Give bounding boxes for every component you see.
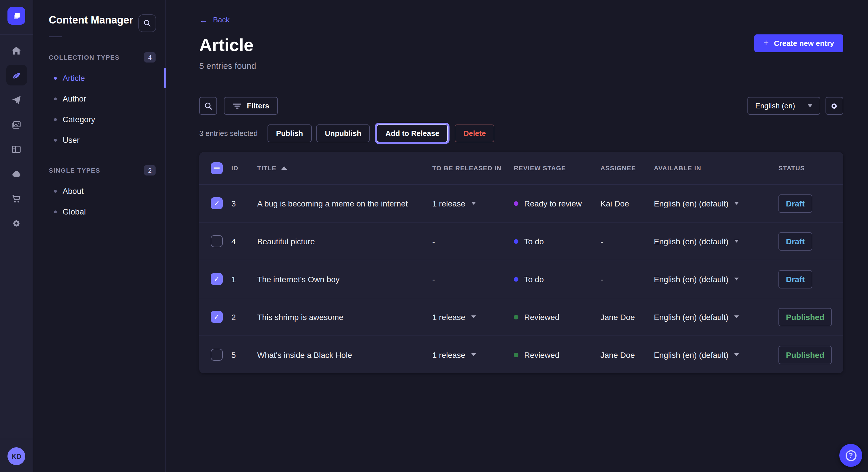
- table-row[interactable]: ✓ 2 This shrimp is awesome 1 release Rev…: [199, 298, 843, 336]
- sidebar-search-button[interactable]: [138, 14, 156, 32]
- column-available-in[interactable]: AVAILABLE IN: [654, 165, 778, 171]
- user-avatar[interactable]: KD: [7, 447, 25, 465]
- sidebar-item-label: Global: [63, 207, 86, 216]
- plus-icon: +: [764, 38, 769, 47]
- cloud-icon[interactable]: [6, 164, 27, 184]
- cell-release[interactable]: 1 release: [432, 350, 514, 359]
- sidebar-item-author[interactable]: Author: [33, 88, 165, 109]
- sidebar-item-article[interactable]: Article: [33, 68, 165, 88]
- search-button[interactable]: [199, 97, 217, 115]
- unpublish-button[interactable]: Unpublish: [316, 125, 370, 142]
- back-arrow-icon: ←: [199, 15, 208, 24]
- cell-id: 2: [231, 312, 257, 322]
- row-checkbox[interactable]: ✓: [211, 273, 223, 285]
- cell-release[interactable]: -: [432, 274, 514, 283]
- delete-button[interactable]: Delete: [455, 125, 495, 142]
- cell-available-in[interactable]: English (en) (default): [654, 274, 778, 283]
- nav-rail-footer: KD: [0, 439, 33, 472]
- stage-dot: [514, 239, 518, 243]
- row-checkbox[interactable]: ✓: [211, 311, 223, 323]
- create-new-entry-label: Create new entry: [774, 39, 834, 47]
- sidebar-item-user[interactable]: User: [33, 130, 165, 150]
- bullet-icon: [54, 190, 57, 193]
- nav-rail: KD: [0, 0, 33, 472]
- row-checkbox[interactable]: ✓: [211, 197, 223, 209]
- select-all-checkbox[interactable]: ✓: [211, 162, 223, 174]
- cell-available-in[interactable]: English (en) (default): [654, 350, 778, 359]
- main-content: ← Back Article 5 entries found + Create …: [166, 0, 868, 472]
- chevron-down-icon: [734, 353, 739, 356]
- cell-release[interactable]: -: [432, 237, 514, 246]
- locale-value: English (en): [755, 102, 795, 110]
- column-title[interactable]: TITLE: [257, 165, 432, 171]
- check-icon: ✓: [214, 313, 220, 321]
- bullet-icon: [54, 118, 57, 121]
- column-id[interactable]: ID: [231, 165, 257, 171]
- single-types-label: SINGLE TYPES: [49, 167, 100, 174]
- strapi-logo[interactable]: [7, 7, 25, 25]
- cell-title: The internet's Own boy: [257, 274, 432, 283]
- sidebar-item-about[interactable]: About: [33, 181, 165, 201]
- status-badge: Draft: [778, 270, 812, 288]
- bullet-icon: [54, 138, 57, 141]
- home-icon[interactable]: [6, 40, 27, 61]
- feather-icon[interactable]: [6, 65, 27, 86]
- stage-dot: [514, 277, 518, 281]
- add-to-release-button[interactable]: Add to Release: [377, 125, 448, 142]
- table-row[interactable]: ✓ 4 Beautiful picture - To do - English …: [199, 222, 843, 260]
- nav-rail-logo-section: [0, 0, 33, 35]
- publish-button[interactable]: Publish: [268, 125, 312, 142]
- view-settings-button[interactable]: [826, 97, 843, 115]
- cart-icon[interactable]: [6, 188, 27, 209]
- chevron-down-icon: [471, 315, 476, 318]
- bullet-icon: [54, 76, 57, 79]
- sidebar-item-category[interactable]: Category: [33, 109, 165, 130]
- selection-summary: 3 entries selected: [199, 129, 258, 138]
- stage-dot: [514, 201, 518, 206]
- table-row[interactable]: ✓ 5 What's inside a Black Hole 1 release…: [199, 336, 843, 373]
- column-to-be-released-in[interactable]: TO BE RELEASED IN: [432, 165, 514, 171]
- table-row[interactable]: ✓ 3 A bug is becoming a meme on the inte…: [199, 185, 843, 222]
- help-button[interactable]: ?: [839, 444, 862, 467]
- nav-rail-icons: [0, 40, 33, 439]
- chevron-down-icon: [471, 202, 476, 205]
- sidebar-divider: [49, 36, 62, 37]
- sort-ascending-icon: [281, 166, 287, 170]
- page-title: Article: [199, 35, 843, 56]
- row-checkbox[interactable]: ✓: [211, 349, 223, 361]
- create-new-entry-button[interactable]: + Create new entry: [754, 34, 843, 52]
- toolbar-right: English (en): [747, 97, 843, 115]
- row-checkbox[interactable]: ✓: [211, 235, 223, 247]
- stage-dot: [514, 352, 518, 357]
- filters-label: Filters: [247, 102, 269, 110]
- sidebar-item-global[interactable]: Global: [33, 201, 165, 222]
- table-header-row: ✓ ID TITLE TO BE RELEASED IN REVIEW STAG…: [199, 152, 843, 185]
- gear-icon[interactable]: [6, 213, 27, 233]
- cell-id: 5: [231, 350, 257, 359]
- cell-assignee: -: [600, 237, 654, 246]
- cell-available-in[interactable]: English (en) (default): [654, 312, 778, 322]
- chevron-down-icon: [734, 278, 739, 280]
- search-icon: [204, 101, 213, 110]
- cell-release[interactable]: 1 release: [432, 312, 514, 322]
- column-status[interactable]: STATUS: [778, 165, 832, 171]
- cell-available-in[interactable]: English (en) (default): [654, 199, 778, 208]
- layout-icon[interactable]: [6, 139, 27, 160]
- locale-select[interactable]: English (en): [747, 97, 820, 115]
- cell-available-in[interactable]: English (en) (default): [654, 237, 778, 246]
- search-icon: [143, 19, 152, 28]
- column-assignee[interactable]: ASSIGNEE: [600, 165, 654, 171]
- column-review-stage[interactable]: REVIEW STAGE: [514, 165, 600, 171]
- filters-button[interactable]: Filters: [224, 97, 278, 115]
- collection-types-label: COLLECTION TYPES: [49, 54, 120, 61]
- bullet-icon: [54, 97, 57, 100]
- cell-assignee: Jane Doe: [600, 312, 654, 322]
- paper-plane-icon[interactable]: [6, 90, 27, 110]
- check-icon: ✓: [214, 200, 220, 207]
- images-icon[interactable]: [6, 114, 27, 135]
- chevron-down-icon: [734, 202, 739, 205]
- sidebar-item-label: About: [63, 187, 84, 196]
- table-row[interactable]: ✓ 1 The internet's Own boy - To do - Eng…: [199, 260, 843, 298]
- cell-release[interactable]: 1 release: [432, 199, 514, 208]
- back-link[interactable]: ← Back: [199, 15, 229, 24]
